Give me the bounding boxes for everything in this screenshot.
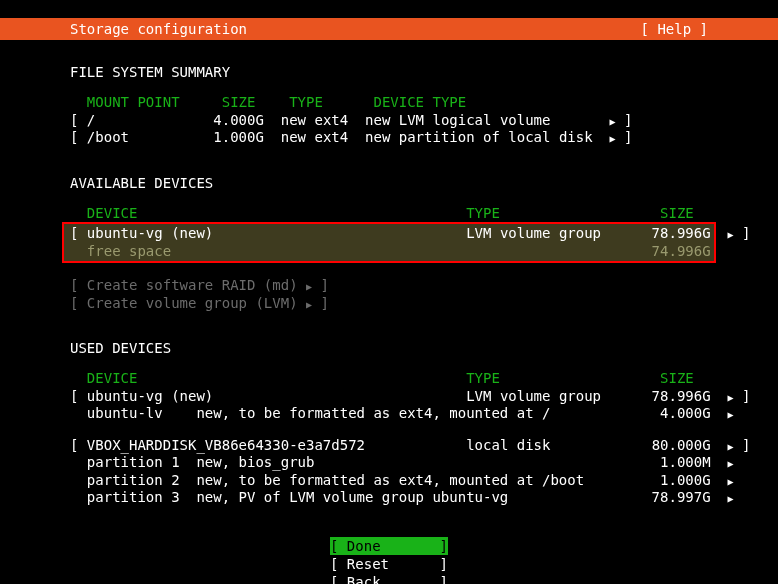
chevron-right-icon: ▶ xyxy=(727,458,733,469)
fs-row-root[interactable]: [ / 4.000G new ext4 new LVM logical volu… xyxy=(70,112,708,130)
fs-summary-title: FILE SYSTEM SUMMARY xyxy=(70,64,708,80)
chevron-right-icon: ▶ xyxy=(609,133,615,144)
chevron-right-icon: ▶ xyxy=(610,116,616,127)
header-bar: Storage configuration [ Help ] xyxy=(0,18,778,40)
available-free-space: free space 74.996G xyxy=(70,243,708,261)
available-title: AVAILABLE DEVICES xyxy=(70,175,708,191)
chevron-right-icon: ▶ xyxy=(306,281,312,292)
fs-header-row: MOUNT POINT SIZE TYPE DEVICE TYPE xyxy=(70,94,708,112)
available-header-row: DEVICE TYPE SIZE xyxy=(70,205,708,223)
used-vg-row[interactable]: [ ubuntu-vg (new) LVM volume group 78.99… xyxy=(70,388,708,406)
used-partition-3[interactable]: partition 3 new, PV of LVM volume group … xyxy=(70,489,708,507)
create-raid-button[interactable]: [ Create software RAID (md) ▶ ] xyxy=(70,277,708,295)
chevron-right-icon: ▶ xyxy=(306,299,312,310)
page-title: Storage configuration xyxy=(10,21,247,37)
available-device-selected[interactable]: [ ubuntu-vg (new) LVM volume group 78.99… xyxy=(62,222,716,263)
chevron-right-icon: ▶ xyxy=(728,441,734,452)
chevron-right-icon: ▶ xyxy=(727,476,733,487)
create-lvm-button[interactable]: [ Create volume group (LVM) ▶ ] xyxy=(70,295,708,313)
footer-buttons: [ Done ] [ Reset ] [ Back ] xyxy=(70,537,708,585)
chevron-right-icon: ▶ xyxy=(727,392,733,403)
available-vg-row[interactable]: [ ubuntu-vg (new) LVM volume group 78.99… xyxy=(70,225,708,243)
back-button[interactable]: [ Back ] xyxy=(330,573,448,584)
chevron-right-icon: ▶ xyxy=(727,409,733,420)
reset-button[interactable]: [ Reset ] xyxy=(330,555,448,573)
used-partition-1[interactable]: partition 1 new, bios_grub 1.000M ▶ xyxy=(70,454,708,472)
chevron-right-icon: ▶ xyxy=(727,493,733,504)
used-title: USED DEVICES xyxy=(70,340,708,356)
used-disk-row[interactable]: [ VBOX_HARDDISK_VB86e64330-e3a7d572 loca… xyxy=(70,437,708,455)
used-lv-row[interactable]: ubuntu-lv new, to be formatted as ext4, … xyxy=(70,405,708,423)
used-partition-2[interactable]: partition 2 new, to be formatted as ext4… xyxy=(70,472,708,490)
help-button[interactable]: [ Help ] xyxy=(641,21,768,37)
fs-row-boot[interactable]: [ /boot 1.000G new ext4 new partition of… xyxy=(70,129,708,147)
used-header-row: DEVICE TYPE SIZE xyxy=(70,370,708,388)
done-button[interactable]: [ Done ] xyxy=(330,537,448,555)
chevron-right-icon: ▶ xyxy=(727,229,733,240)
main-content: FILE SYSTEM SUMMARY MOUNT POINT SIZE TYP… xyxy=(0,40,778,584)
